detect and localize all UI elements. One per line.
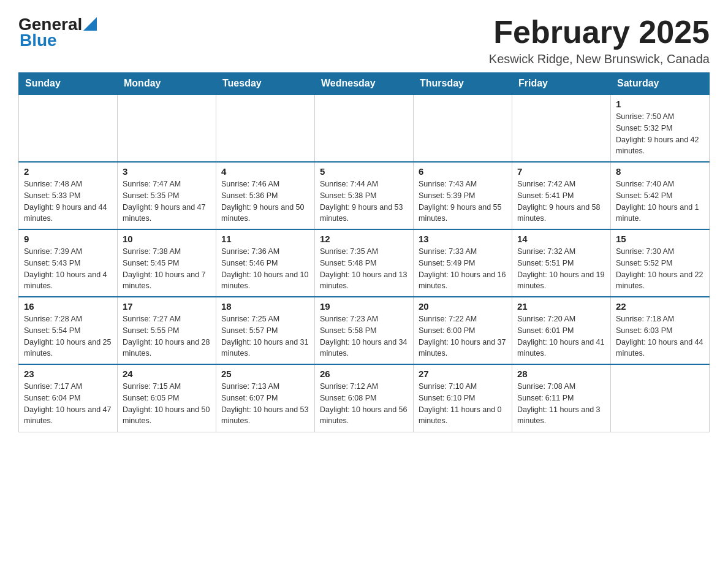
calendar-cell: 5Sunrise: 7:44 AMSunset: 5:38 PMDaylight… — [315, 162, 414, 229]
day-number: 4 — [221, 166, 309, 177]
day-info: Sunrise: 7:28 AMSunset: 5:54 PMDaylight:… — [24, 313, 112, 359]
calendar-cell: 23Sunrise: 7:17 AMSunset: 6:04 PMDayligh… — [19, 364, 118, 432]
day-number: 13 — [419, 234, 507, 244]
day-number: 15 — [616, 234, 704, 244]
day-number: 26 — [320, 369, 408, 379]
calendar-week-row: 9Sunrise: 7:39 AMSunset: 5:43 PMDaylight… — [19, 229, 710, 297]
day-info: Sunrise: 7:44 AMSunset: 5:38 PMDaylight:… — [320, 178, 408, 224]
calendar-cell: 7Sunrise: 7:42 AMSunset: 5:41 PMDaylight… — [512, 162, 611, 229]
calendar-cell: 3Sunrise: 7:47 AMSunset: 5:35 PMDaylight… — [118, 162, 216, 229]
day-info: Sunrise: 7:39 AMSunset: 5:43 PMDaylight:… — [24, 246, 112, 292]
day-info: Sunrise: 7:23 AMSunset: 5:58 PMDaylight:… — [320, 313, 408, 359]
calendar-cell — [118, 94, 216, 162]
calendar-cell: 27Sunrise: 7:10 AMSunset: 6:10 PMDayligh… — [414, 364, 512, 432]
calendar-cell: 6Sunrise: 7:43 AMSunset: 5:39 PMDaylight… — [414, 162, 512, 229]
calendar-header-row: SundayMondayTuesdayWednesdayThursdayFrid… — [19, 73, 710, 95]
day-number: 22 — [616, 301, 704, 312]
day-info: Sunrise: 7:40 AMSunset: 5:42 PMDaylight:… — [616, 178, 704, 224]
day-info: Sunrise: 7:08 AMSunset: 6:11 PMDaylight:… — [517, 381, 605, 427]
day-number: 10 — [123, 234, 211, 244]
calendar-cell: 20Sunrise: 7:22 AMSunset: 6:00 PMDayligh… — [414, 297, 512, 364]
svg-marker-0 — [83, 17, 97, 31]
day-info: Sunrise: 7:17 AMSunset: 6:04 PMDaylight:… — [24, 381, 112, 427]
calendar-cell: 18Sunrise: 7:25 AMSunset: 5:57 PMDayligh… — [216, 297, 315, 364]
calendar-cell: 4Sunrise: 7:46 AMSunset: 5:36 PMDaylight… — [216, 162, 315, 229]
day-number: 21 — [517, 301, 605, 312]
calendar-cell: 11Sunrise: 7:36 AMSunset: 5:46 PMDayligh… — [216, 229, 315, 297]
day-number: 24 — [123, 369, 211, 379]
calendar-cell: 8Sunrise: 7:40 AMSunset: 5:42 PMDaylight… — [611, 162, 710, 229]
month-title: February 2025 — [489, 15, 710, 50]
calendar-cell — [611, 364, 710, 432]
day-info: Sunrise: 7:33 AMSunset: 5:49 PMDaylight:… — [419, 246, 507, 292]
day-number: 7 — [517, 166, 605, 177]
calendar-cell: 1Sunrise: 7:50 AMSunset: 5:32 PMDaylight… — [611, 94, 710, 162]
logo-blue: Blue — [20, 31, 57, 50]
day-info: Sunrise: 7:50 AMSunset: 5:32 PMDaylight:… — [616, 111, 704, 157]
day-number: 5 — [320, 166, 408, 177]
day-info: Sunrise: 7:15 AMSunset: 6:05 PMDaylight:… — [123, 381, 211, 427]
calendar-week-row: 16Sunrise: 7:28 AMSunset: 5:54 PMDayligh… — [19, 297, 710, 364]
calendar-cell — [216, 94, 315, 162]
day-info: Sunrise: 7:32 AMSunset: 5:51 PMDaylight:… — [517, 246, 605, 292]
calendar-cell: 28Sunrise: 7:08 AMSunset: 6:11 PMDayligh… — [512, 364, 611, 432]
calendar-cell: 22Sunrise: 7:18 AMSunset: 6:03 PMDayligh… — [611, 297, 710, 364]
day-number: 2 — [24, 166, 112, 177]
day-info: Sunrise: 7:18 AMSunset: 6:03 PMDaylight:… — [616, 313, 704, 359]
calendar-cell — [414, 94, 512, 162]
calendar-cell: 17Sunrise: 7:27 AMSunset: 5:55 PMDayligh… — [118, 297, 216, 364]
location-title: Keswick Ridge, New Brunswick, Canada — [489, 52, 710, 66]
calendar-cell: 2Sunrise: 7:48 AMSunset: 5:33 PMDaylight… — [19, 162, 118, 229]
calendar-header-friday: Friday — [512, 73, 611, 95]
day-number: 23 — [24, 369, 112, 379]
day-info: Sunrise: 7:27 AMSunset: 5:55 PMDaylight:… — [123, 313, 211, 359]
day-number: 3 — [123, 166, 211, 177]
calendar-week-row: 2Sunrise: 7:48 AMSunset: 5:33 PMDaylight… — [19, 162, 710, 229]
calendar-cell — [315, 94, 414, 162]
calendar-header-tuesday: Tuesday — [216, 73, 315, 95]
calendar-cell: 21Sunrise: 7:20 AMSunset: 6:01 PMDayligh… — [512, 297, 611, 364]
calendar-cell — [512, 94, 611, 162]
calendar-cell: 13Sunrise: 7:33 AMSunset: 5:49 PMDayligh… — [414, 229, 512, 297]
calendar-header-thursday: Thursday — [414, 73, 512, 95]
day-info: Sunrise: 7:46 AMSunset: 5:36 PMDaylight:… — [221, 178, 309, 224]
calendar-cell: 9Sunrise: 7:39 AMSunset: 5:43 PMDaylight… — [19, 229, 118, 297]
day-number: 6 — [419, 166, 507, 177]
day-number: 28 — [517, 369, 605, 379]
day-info: Sunrise: 7:38 AMSunset: 5:45 PMDaylight:… — [123, 246, 211, 292]
day-number: 25 — [221, 369, 309, 379]
day-info: Sunrise: 7:43 AMSunset: 5:39 PMDaylight:… — [419, 178, 507, 224]
logo: General Blue — [18, 15, 97, 50]
calendar-cell: 14Sunrise: 7:32 AMSunset: 5:51 PMDayligh… — [512, 229, 611, 297]
day-info: Sunrise: 7:30 AMSunset: 5:52 PMDaylight:… — [616, 246, 704, 292]
day-number: 11 — [221, 234, 309, 244]
calendar-header-wednesday: Wednesday — [315, 73, 414, 95]
calendar-cell: 24Sunrise: 7:15 AMSunset: 6:05 PMDayligh… — [118, 364, 216, 432]
calendar-cell: 19Sunrise: 7:23 AMSunset: 5:58 PMDayligh… — [315, 297, 414, 364]
day-number: 14 — [517, 234, 605, 244]
day-info: Sunrise: 7:25 AMSunset: 5:57 PMDaylight:… — [221, 313, 309, 359]
day-info: Sunrise: 7:22 AMSunset: 6:00 PMDaylight:… — [419, 313, 507, 359]
day-number: 9 — [24, 234, 112, 244]
title-block: February 2025 Keswick Ridge, New Brunswi… — [489, 15, 710, 66]
day-info: Sunrise: 7:36 AMSunset: 5:46 PMDaylight:… — [221, 246, 309, 292]
calendar-header-monday: Monday — [118, 73, 216, 95]
day-info: Sunrise: 7:35 AMSunset: 5:48 PMDaylight:… — [320, 246, 408, 292]
logo-triangle-icon — [83, 17, 97, 31]
day-info: Sunrise: 7:13 AMSunset: 6:07 PMDaylight:… — [221, 381, 309, 427]
day-info: Sunrise: 7:47 AMSunset: 5:35 PMDaylight:… — [123, 178, 211, 224]
calendar-week-row: 1Sunrise: 7:50 AMSunset: 5:32 PMDaylight… — [19, 94, 710, 162]
page-header: General Blue February 2025 Keswick Ridge… — [18, 15, 710, 66]
day-number: 19 — [320, 301, 408, 312]
calendar-header-sunday: Sunday — [19, 73, 118, 95]
day-number: 20 — [419, 301, 507, 312]
day-info: Sunrise: 7:48 AMSunset: 5:33 PMDaylight:… — [24, 178, 112, 224]
day-info: Sunrise: 7:12 AMSunset: 6:08 PMDaylight:… — [320, 381, 408, 427]
day-number: 12 — [320, 234, 408, 244]
calendar-cell: 10Sunrise: 7:38 AMSunset: 5:45 PMDayligh… — [118, 229, 216, 297]
day-info: Sunrise: 7:10 AMSunset: 6:10 PMDaylight:… — [419, 381, 507, 427]
day-info: Sunrise: 7:20 AMSunset: 6:01 PMDaylight:… — [517, 313, 605, 359]
calendar-cell: 26Sunrise: 7:12 AMSunset: 6:08 PMDayligh… — [315, 364, 414, 432]
calendar-table: SundayMondayTuesdayWednesdayThursdayFrid… — [18, 72, 710, 432]
day-number: 27 — [419, 369, 507, 379]
